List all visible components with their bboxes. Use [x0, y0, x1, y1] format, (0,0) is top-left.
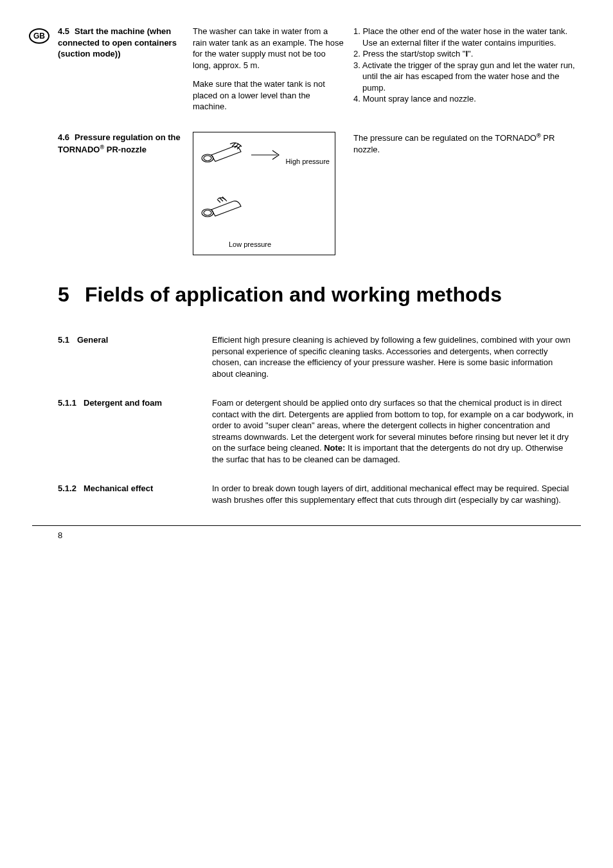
arrow-icon — [248, 145, 283, 165]
chapter-num: 5 — [58, 281, 85, 309]
heading-4-6: 4.6Pressure regulation on the TORNADO® P… — [58, 132, 186, 155]
section-5-1-2: 5.1.2Mechanical effect In order to break… — [32, 483, 581, 505]
para: Efficient high presure cleaning is achie… — [212, 334, 581, 379]
para: Make sure that the water tank is not pla… — [193, 78, 344, 113]
svg-point-1 — [204, 156, 211, 161]
nozzle-low-icon — [201, 194, 246, 222]
page-number: 8 — [32, 525, 581, 541]
heading-5-1-1: 5.1.1Detergent and foam — [32, 397, 212, 465]
list-item: 2. Press the start/stop switch "I". — [353, 48, 581, 60]
heading-text: Pressure regulation on the TORNADO® PR-n… — [58, 132, 181, 154]
section-5-1: 5.1General Efficient high presure cleani… — [32, 334, 581, 379]
chapter-title: Fields of application and working method… — [85, 281, 502, 309]
section-4-5: 4.5Start the machine (when connected to … — [32, 26, 581, 113]
list-item: 4. Mount spray lance and nozzle. — [353, 93, 581, 105]
para: The pressure can be regulated on the TOR… — [353, 132, 581, 155]
heading-5-1: 5.1General — [32, 334, 212, 379]
nozzle-high-icon — [201, 139, 246, 168]
heading-num: 4.5 — [58, 26, 75, 37]
para: In order to break down tough layers of d… — [212, 483, 581, 505]
section-5-1-1: 5.1.1Detergent and foam Foam or detergen… — [32, 397, 581, 465]
chapter-heading: 5 Fields of application and working meth… — [58, 281, 581, 309]
list-item: 1. Place the other end of the water hose… — [353, 26, 581, 48]
high-pressure-label: High pressure — [286, 157, 330, 167]
heading-4-5: 4.5Start the machine (when connected to … — [58, 26, 186, 60]
svg-point-3 — [204, 210, 211, 215]
para: Foam or detergent should be applied onto… — [212, 397, 581, 465]
heading-text: Start the machine (when connected to ope… — [58, 26, 177, 59]
list-item: 3. Activate the trigger of the spray gun… — [353, 60, 581, 94]
heading-5-1-2: 5.1.2Mechanical effect — [32, 483, 212, 505]
para: The washer can take in water from a rain… — [193, 26, 344, 71]
low-pressure-label: Low pressure — [229, 240, 271, 249]
nozzle-figure: High pressure Low pressure — [193, 132, 335, 255]
section-4-6: 4.6Pressure regulation on the TORNADO® P… — [32, 132, 581, 255]
heading-num: 4.6 — [58, 132, 75, 143]
gb-badge: GB — [29, 28, 49, 44]
